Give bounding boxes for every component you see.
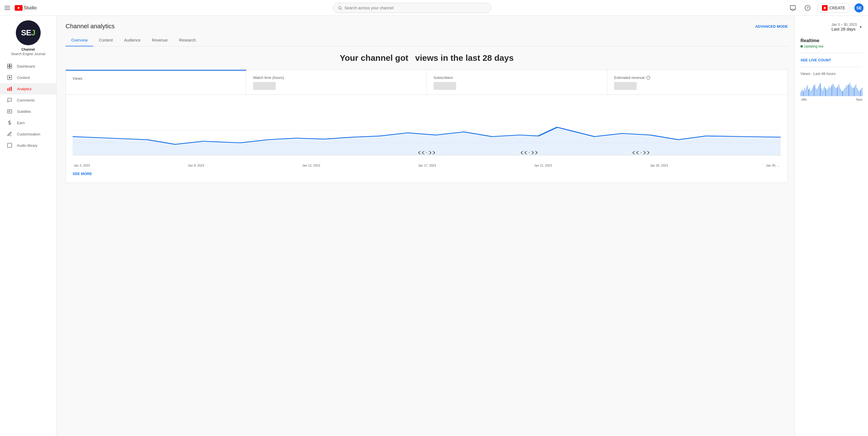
mini-bar-item bbox=[817, 88, 818, 96]
metric-subscribers-value bbox=[434, 82, 456, 90]
metric-watch-time[interactable]: Watch time (hours) bbox=[246, 70, 427, 94]
mini-bar-item bbox=[862, 88, 862, 96]
svg-rect-14 bbox=[9, 87, 10, 91]
metric-subscribers-label: Subscribers bbox=[434, 76, 600, 80]
svg-rect-13 bbox=[8, 88, 8, 91]
metric-views[interactable]: Views bbox=[66, 70, 246, 94]
date-label-5: Jan 26, 2023 bbox=[650, 164, 668, 167]
hero-suffix: views in the last 28 days bbox=[415, 53, 514, 62]
advanced-mode-link[interactable]: ADVANCED MODE bbox=[755, 24, 788, 29]
hero-prefix: Your channel got bbox=[340, 53, 408, 62]
see-more-link[interactable]: SEE MORE bbox=[72, 172, 92, 176]
date-label-4: Jan 21, 2023 bbox=[534, 164, 552, 167]
sidebar-item-content[interactable]: Content bbox=[0, 72, 56, 83]
right-panel: Jan 3 – 30, 2023 Last 28 days ▼ Realtime… bbox=[795, 16, 868, 436]
mini-bar-item bbox=[841, 89, 841, 96]
mini-bar-item bbox=[856, 84, 856, 96]
metric-estimated-revenue[interactable]: Estimated revenue bbox=[607, 70, 787, 94]
metric-revenue-value bbox=[614, 82, 637, 90]
sidebar-item-subtitles[interactable]: Subtitles bbox=[0, 106, 56, 117]
mini-chart-labels: -48h Now bbox=[801, 98, 862, 101]
divider-2 bbox=[801, 67, 862, 67]
page-title: Channel analytics bbox=[65, 23, 115, 30]
tab-revenue[interactable]: Revenue bbox=[146, 34, 174, 47]
mini-bar-item bbox=[855, 85, 855, 96]
search-bar bbox=[36, 3, 788, 13]
svg-rect-20 bbox=[8, 143, 12, 148]
sidebar-item-customization[interactable]: Customization bbox=[0, 128, 56, 140]
metric-subscribers[interactable]: Subscribers bbox=[427, 70, 607, 94]
mini-bar-item bbox=[854, 87, 854, 96]
hamburger-menu[interactable] bbox=[4, 6, 10, 10]
mini-bar-item bbox=[814, 85, 814, 96]
sidebar-item-analytics-label: Analytics bbox=[17, 87, 32, 91]
svg-text:((·)): ((·)) bbox=[520, 150, 538, 154]
tab-content[interactable]: Content bbox=[93, 34, 118, 47]
svg-text:?: ? bbox=[807, 6, 809, 10]
svg-text:((·)): ((·)) bbox=[418, 150, 436, 154]
live-dot-icon bbox=[801, 45, 803, 48]
feedback-button[interactable] bbox=[788, 3, 798, 13]
svg-rect-9 bbox=[8, 66, 10, 68]
mini-bar-item bbox=[816, 88, 816, 96]
dashboard-icon bbox=[7, 63, 12, 69]
metric-views-label: Views bbox=[72, 76, 239, 81]
mini-bar-item bbox=[808, 89, 809, 96]
date-range-info: Jan 3 – 30, 2023 Last 28 days bbox=[832, 23, 857, 31]
sidebar-item-audio-library[interactable]: Audio library bbox=[0, 140, 56, 151]
sidebar-item-analytics[interactable]: Analytics bbox=[0, 83, 56, 94]
realtime-status-text: Updating live bbox=[804, 45, 824, 48]
hero-text: Your channel got views in the last 28 da… bbox=[65, 53, 788, 63]
create-button[interactable]: CREATE bbox=[817, 3, 850, 13]
mini-bar-item bbox=[830, 88, 830, 96]
sidebar-item-comments-label: Comments bbox=[17, 98, 35, 103]
mini-bar-item bbox=[831, 87, 831, 96]
mini-bar-item bbox=[828, 88, 829, 96]
date-range-label: Jan 3 – 30, 2023 bbox=[832, 23, 857, 27]
sidebar-item-comments[interactable]: Comments bbox=[0, 94, 56, 106]
help-button[interactable]: ? bbox=[803, 3, 813, 13]
views-48h-label: Views · Last 48 hours bbox=[801, 71, 862, 76]
mini-bar-item bbox=[803, 91, 803, 96]
avatar[interactable]: SE bbox=[855, 3, 864, 12]
channel-label-text: Channel bbox=[22, 48, 35, 52]
dropdown-arrow-icon[interactable]: ▼ bbox=[859, 25, 862, 29]
studio-logo[interactable]: Studio bbox=[15, 5, 36, 11]
mini-bar-item bbox=[815, 84, 815, 96]
mini-bar-item bbox=[807, 86, 807, 96]
avatar-text: SE bbox=[857, 6, 862, 10]
tab-research[interactable]: Research bbox=[174, 34, 202, 47]
youtube-icon bbox=[15, 5, 23, 11]
mini-bar-item bbox=[858, 90, 859, 96]
date-selector[interactable]: Jan 3 – 30, 2023 Last 28 days ▼ bbox=[801, 23, 862, 31]
date-label-6: Jan 30, ... bbox=[766, 164, 780, 167]
mini-bar-item bbox=[850, 85, 851, 96]
svg-rect-10 bbox=[10, 66, 12, 68]
see-live-count-link[interactable]: SEE LIVE COUNT bbox=[801, 58, 831, 62]
tab-overview[interactable]: Overview bbox=[65, 34, 93, 47]
channel-logo[interactable]: SEJ bbox=[16, 20, 41, 45]
mini-bar-item bbox=[848, 84, 849, 96]
mini-bar-item bbox=[801, 90, 802, 96]
search-input[interactable] bbox=[345, 6, 487, 10]
mini-bar-item bbox=[802, 89, 803, 96]
realtime-title: Realtime bbox=[801, 38, 862, 43]
mini-bar-item bbox=[838, 85, 838, 96]
svg-point-2 bbox=[339, 6, 341, 9]
svg-rect-8 bbox=[10, 64, 12, 66]
mini-bar-item bbox=[832, 85, 832, 96]
feedback-icon bbox=[790, 5, 796, 11]
sidebar-item-earn[interactable]: Earn bbox=[0, 117, 56, 128]
chart-svg: ((·)) ((·)) ((·)) bbox=[72, 99, 781, 162]
mini-bar-item bbox=[829, 86, 829, 96]
create-video-icon bbox=[822, 5, 828, 11]
sidebar: SEJ Channel Search Engine Journal Dashbo… bbox=[0, 16, 57, 436]
svg-rect-16 bbox=[8, 110, 12, 113]
sidebar-item-dashboard[interactable]: Dashboard bbox=[0, 60, 56, 72]
mini-bar-item bbox=[809, 88, 810, 96]
date-label-0: Jan 3, 2023 bbox=[74, 164, 90, 167]
content-area: Channel analytics ADVANCED MODE Overview… bbox=[65, 23, 788, 183]
mini-bar-item bbox=[827, 90, 827, 96]
sidebar-item-earn-label: Earn bbox=[17, 121, 25, 125]
tab-audience[interactable]: Audience bbox=[118, 34, 146, 47]
